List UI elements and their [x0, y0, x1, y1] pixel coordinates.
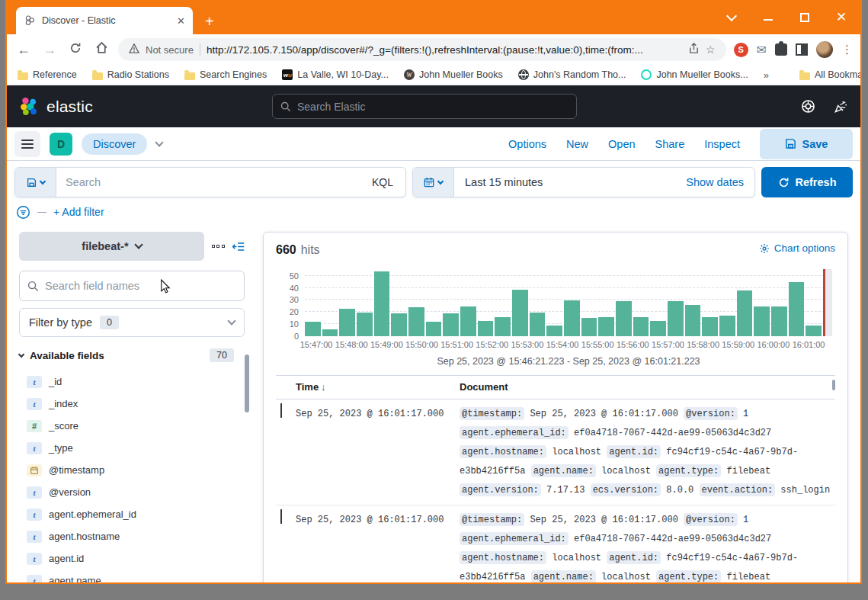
chevron-down-icon[interactable]	[155, 138, 164, 146]
field-search-box[interactable]	[19, 271, 245, 301]
histogram-plot[interactable]: 01020304050	[305, 269, 832, 336]
index-pattern-selector[interactable]: filebeat-*	[19, 232, 204, 261]
window-menu-icon[interactable]	[726, 10, 737, 21]
field-item[interactable]: t_type	[19, 437, 245, 459]
bookmark-item[interactable]: WJohn Mueller Books	[404, 69, 503, 80]
time-column-header[interactable]: Time↓	[296, 381, 460, 393]
x-tick-label: 15:58:00	[686, 340, 721, 349]
home-icon[interactable]	[92, 41, 111, 58]
x-tick-label: 15:47:00	[299, 340, 334, 349]
expand-row-icon[interactable]	[280, 403, 282, 418]
space-badge[interactable]: D	[50, 133, 72, 156]
collapse-sidebar-icon[interactable]	[232, 241, 245, 252]
x-tick-label: 15:59:00	[721, 340, 756, 349]
breadcrumb[interactable]: Discover	[82, 133, 147, 155]
doc-field-name: @timestamp:	[460, 513, 524, 526]
field-item[interactable]: tagent.hostname	[19, 525, 245, 547]
time-range-value[interactable]: Last 15 minutes	[454, 168, 675, 197]
table-row[interactable]: Sep 25, 2023 @ 16:01:17.000@timestamp: S…	[276, 399, 835, 505]
chart-options-button[interactable]: Chart options	[759, 242, 835, 254]
expand-row-icon[interactable]	[280, 509, 282, 524]
nav-link-inspect[interactable]: Inspect	[704, 138, 740, 150]
extensions-puzzle-icon[interactable]	[775, 43, 787, 56]
close-icon[interactable]: ✕	[836, 12, 847, 23]
extension-s-icon[interactable]: S	[734, 43, 748, 57]
sidebar-scrollbar[interactable]	[245, 355, 249, 412]
sidepanel-icon[interactable]	[796, 43, 808, 56]
bookmark-item[interactable]: wuLa Valle, WI 10-Day...	[282, 69, 389, 80]
news-party-popper-icon[interactable]	[834, 99, 848, 114]
bookmark-item[interactable]: Search Engines	[184, 69, 267, 80]
bookmark-item[interactable]: Radio Stations	[92, 69, 169, 80]
table-scrollbar[interactable]	[832, 380, 835, 390]
doc-field-value: 1	[743, 515, 748, 525]
show-dates-button[interactable]: Show dates	[675, 168, 754, 197]
available-fields-header[interactable]: Available fields 70	[19, 348, 245, 362]
back-icon[interactable]: ←	[14, 42, 33, 58]
profile-avatar[interactable]	[816, 41, 833, 58]
field-item[interactable]: t_index	[19, 393, 245, 415]
url-bar[interactable]: Not secure http://172.105.7.150/app/disc…	[118, 38, 726, 61]
x-tick-label: 15:52:00	[475, 340, 510, 349]
saved-query-button[interactable]	[15, 168, 56, 197]
field-item[interactable]: #_score	[19, 415, 245, 437]
elastic-search-input[interactable]	[297, 101, 569, 113]
bookmark-star-icon[interactable]: ☆	[706, 43, 716, 56]
tab-close-icon[interactable]: ✕	[177, 15, 185, 27]
search-input[interactable]	[56, 168, 360, 197]
field-item[interactable]: t@version	[19, 481, 245, 503]
add-filter-button[interactable]: + Add filter	[53, 206, 104, 218]
field-item[interactable]: tagent.name	[19, 570, 245, 584]
save-button[interactable]: Save	[760, 129, 853, 159]
nav-link-new[interactable]: New	[566, 138, 588, 150]
menu-hamburger-icon[interactable]	[14, 131, 40, 157]
date-quick-select-button[interactable]	[413, 168, 454, 197]
new-tab-button[interactable]: +	[205, 14, 214, 29]
doc-field-value: 8.0.0	[666, 485, 693, 496]
browser-menu-icon[interactable]: ⋮	[841, 43, 853, 56]
bookmark-item[interactable]: Reference	[18, 69, 77, 80]
doc-field-name: agent.id:	[607, 551, 661, 564]
nav-link-options[interactable]: Options	[508, 138, 546, 150]
refresh-button[interactable]: Refresh	[761, 167, 853, 197]
field-item[interactable]: tagent.id	[19, 547, 245, 570]
all-bookmarks-button[interactable]: All Bookmarks	[799, 69, 862, 80]
doc-field-name: agent.version:	[460, 483, 541, 496]
reload-icon[interactable]	[66, 42, 85, 58]
field-name: @version	[49, 486, 91, 498]
filter-by-type-dropdown[interactable]: Filter by type 0	[19, 308, 245, 337]
doc-field-name: agent.id:	[607, 445, 661, 458]
share-icon[interactable]	[688, 43, 700, 56]
all-bookmarks-label: All Bookmarks	[815, 69, 862, 80]
browser-tab[interactable]: Discover - Elastic ✕	[16, 7, 193, 34]
table-row[interactable]: Sep 25, 2023 @ 16:01:17.000@timestamp: S…	[276, 505, 835, 585]
elastic-search-box[interactable]	[272, 94, 577, 119]
extension-mail-icon[interactable]: ✉	[757, 43, 767, 57]
maximize-icon[interactable]	[800, 13, 809, 22]
doc-field-name: @timestamp:	[460, 407, 524, 420]
field-item[interactable]: t_id	[19, 371, 245, 393]
query-language-button[interactable]: KQL	[360, 168, 405, 197]
histogram-bars[interactable]	[305, 269, 832, 336]
nav-link-share[interactable]: Share	[655, 138, 685, 150]
histogram-bar	[650, 321, 666, 336]
bookmark-item[interactable]: John Mueller Books...	[641, 69, 748, 80]
histogram-bar	[668, 301, 684, 336]
bookmarks-overflow-icon[interactable]: »	[764, 69, 769, 81]
elastic-brand[interactable]: elastic	[19, 96, 93, 117]
bookmark-item[interactable]: John's Random Tho...	[518, 69, 626, 80]
nav-link-open[interactable]: Open	[608, 138, 635, 150]
histogram-bar	[702, 317, 718, 336]
x-tick-label: 15:50:00	[404, 340, 439, 349]
field-item[interactable]: tagent.ephemeral_id	[19, 503, 245, 525]
help-life-ring-icon[interactable]	[801, 99, 815, 114]
filter-type-count-badge: 0	[100, 316, 119, 329]
minimize-icon[interactable]	[764, 14, 773, 21]
field-item[interactable]: @timestamp	[19, 459, 245, 481]
filter-icon[interactable]	[16, 205, 30, 220]
field-search-input[interactable]	[45, 280, 236, 292]
field-settings-icon[interactable]	[212, 245, 225, 248]
forward-icon[interactable]: →	[40, 42, 59, 58]
query-input-group: KQL	[14, 167, 406, 197]
doc-field-name: agent.name:	[531, 464, 596, 477]
